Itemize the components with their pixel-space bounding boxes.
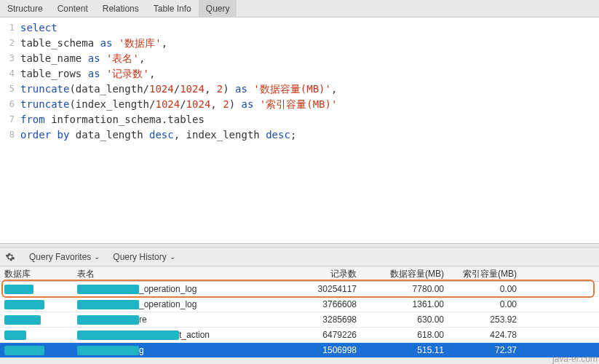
chevron-down-icon: ⌄ <box>170 253 175 261</box>
table-row[interactable]: _operation_log37666081361.000.00 <box>0 297 599 312</box>
results-toolbar: Query Favorites ⌄ Query History ⌄ <box>0 248 599 266</box>
sql-editor[interactable]: 1select2table_schema as '数据库',3table_nam… <box>0 17 599 243</box>
col-data-mb[interactable]: 数据容量(MB) <box>364 268 451 280</box>
tab-table-info[interactable]: Table Info <box>146 0 199 17</box>
gear-icon[interactable] <box>4 251 16 263</box>
pane-divider[interactable] <box>0 243 599 248</box>
table-row[interactable]: _operation_log302541177780.000.00 <box>0 282 599 297</box>
tab-query[interactable]: Query <box>199 0 237 17</box>
query-favorites-button[interactable]: Query Favorites ⌄ <box>29 252 100 262</box>
query-history-button[interactable]: Query History ⌄ <box>113 252 175 262</box>
table-row[interactable]: g1506998515.1172.37 <box>0 343 599 358</box>
tab-relations[interactable]: Relations <box>95 0 146 17</box>
col-rows[interactable]: 记录数 <box>277 268 364 280</box>
table-row[interactable]: re3285698630.00253.92 <box>0 312 599 328</box>
col-table[interactable]: 表名 <box>73 268 277 280</box>
tab-bar: StructureContentRelationsTable InfoQuery <box>0 0 599 17</box>
col-index-mb[interactable]: 索引容量(MB) <box>451 268 524 280</box>
grid-header: 数据库 表名 记录数 数据容量(MB) 索引容量(MB) <box>0 266 599 282</box>
tab-structure[interactable]: Structure <box>0 0 50 17</box>
results-grid: 数据库 表名 记录数 数据容量(MB) 索引容量(MB) _operation_… <box>0 266 599 358</box>
col-database[interactable]: 数据库 <box>0 268 73 280</box>
tab-content[interactable]: Content <box>50 0 95 17</box>
chevron-down-icon: ⌄ <box>94 253 100 261</box>
table-row[interactable]: t_action6479226618.00424.78 <box>0 328 599 343</box>
grid-body: _operation_log302541177780.000.00_operat… <box>0 282 599 358</box>
watermark: java-er.com <box>552 354 598 364</box>
